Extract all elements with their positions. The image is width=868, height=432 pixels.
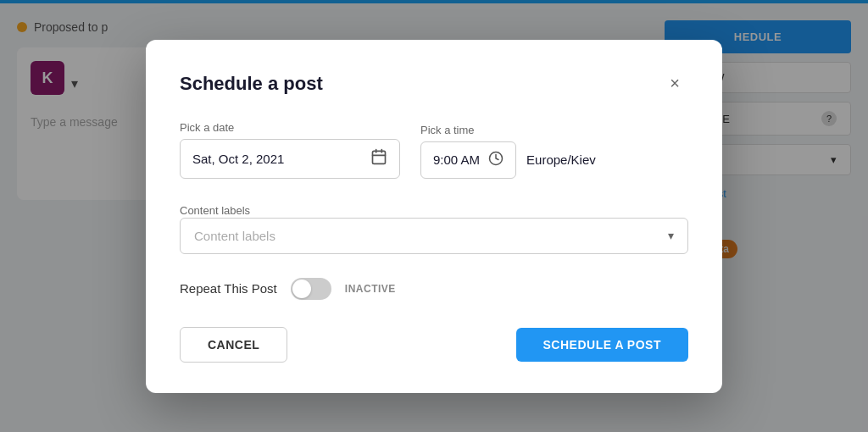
time-value: 9:00 AM: [433, 152, 480, 167]
time-field-group: Pick a time 9:00 AM Europe/Kiev: [420, 124, 596, 179]
timezone-value: Europe/Kiev: [526, 152, 596, 167]
date-picker[interactable]: Sat, Oct 2, 2021: [180, 139, 400, 179]
date-value: Sat, Oct 2, 2021: [192, 152, 362, 166]
svg-rect-0: [373, 151, 386, 163]
close-button[interactable]: ×: [661, 70, 688, 97]
repeat-label: Repeat This Post: [180, 281, 277, 296]
modal-footer: CANCEL SCHEDULE A POST: [180, 327, 688, 363]
chevron-down-icon: ▾: [668, 229, 674, 242]
schedule-modal: Schedule a post × Pick a date Sat, Oct 2…: [146, 40, 722, 393]
datetime-row: Pick a date Sat, Oct 2, 2021 Pick a time: [180, 121, 688, 179]
cancel-button[interactable]: CANCEL: [180, 327, 287, 363]
date-field-group: Pick a date Sat, Oct 2, 2021: [180, 121, 400, 179]
modal-title: Schedule a post: [180, 73, 323, 95]
toggle-thumb: [292, 280, 311, 298]
close-icon: ×: [670, 74, 680, 93]
clock-icon: [488, 151, 504, 169]
repeat-toggle[interactable]: [291, 278, 331, 300]
modal-overlay: Schedule a post × Pick a date Sat, Oct 2…: [0, 0, 868, 432]
modal-header: Schedule a post ×: [180, 70, 688, 97]
calendar-icon: [370, 148, 387, 169]
schedule-post-button[interactable]: SCHEDULE A POST: [516, 328, 688, 362]
time-picker[interactable]: 9:00 AM: [420, 141, 516, 179]
date-label: Pick a date: [180, 121, 400, 134]
time-label: Pick a time: [420, 124, 596, 136]
content-labels-placeholder: Content labels: [194, 229, 275, 243]
toggle-state-label: INACTIVE: [345, 283, 396, 295]
repeat-row: Repeat This Post INACTIVE: [180, 278, 688, 300]
time-row: 9:00 AM Europe/Kiev: [420, 141, 596, 179]
content-labels-label: Content labels: [180, 204, 250, 217]
content-labels-dropdown[interactable]: Content labels ▾: [180, 218, 688, 254]
content-labels-section: Content labels Content labels ▾: [180, 202, 688, 254]
